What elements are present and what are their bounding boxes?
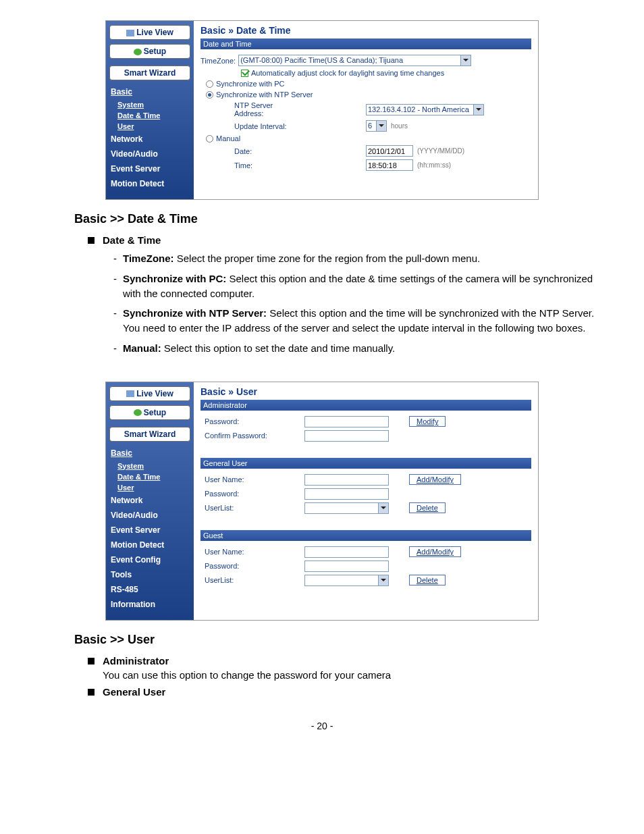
doc-heading-user: Basic >> User (74, 633, 610, 647)
nav-motion-detect[interactable]: Motion Detect (109, 538, 190, 552)
guest-password-input[interactable] (304, 561, 389, 572)
nav-datetime[interactable]: Date & Time (109, 110, 190, 121)
update-interval-select[interactable]: 6 (366, 120, 377, 132)
nav-user[interactable]: User (109, 482, 190, 493)
doc-item: General User (88, 683, 610, 700)
nav-tools[interactable]: Tools (109, 567, 190, 582)
dropdown-arrow-icon[interactable] (379, 575, 389, 586)
update-unit: hours (391, 122, 408, 130)
delete-button[interactable]: Delete (409, 575, 446, 585)
general-userlist-select[interactable] (304, 502, 379, 514)
doc-item: Administrator You can use this option to… (88, 652, 610, 683)
live-view-button[interactable]: Live View (109, 25, 190, 40)
doc-subitem: Manual: Select this option to set the da… (113, 338, 610, 359)
guest-username-input[interactable] (304, 546, 389, 558)
nav-information[interactable]: Information (109, 597, 190, 612)
gear-icon (134, 49, 142, 55)
admin-confirm-password-input[interactable] (304, 430, 389, 442)
live-view-button[interactable]: Live View (109, 386, 190, 401)
setup-button[interactable]: Setup (109, 44, 190, 59)
section-guest: Guest (200, 530, 531, 541)
nav-video-audio[interactable]: Video/Audio (109, 147, 190, 161)
sync-ntp-label: Synchronize with NTP Server (216, 90, 313, 99)
dropdown-arrow-icon[interactable] (461, 55, 471, 66)
section-admin: Administrator (200, 400, 531, 411)
manual-radio[interactable] (206, 135, 213, 142)
general-username-input[interactable] (304, 474, 389, 486)
nav-network[interactable]: Network (109, 132, 190, 147)
dropdown-arrow-icon[interactable] (379, 502, 389, 514)
content-pane: Basic » Date & Time Date and Time TimeZo… (194, 21, 538, 199)
dropdown-arrow-icon[interactable] (474, 104, 484, 115)
sync-pc-radio[interactable] (206, 80, 213, 88)
ntp-address-label: NTP Server Address: (200, 101, 302, 118)
nav-system[interactable]: System (109, 461, 190, 471)
time-input[interactable] (366, 159, 413, 171)
camera-icon (126, 30, 134, 36)
nav-event-config[interactable]: Event Config (109, 552, 190, 567)
confirm-password-label: Confirm Password: (200, 432, 304, 440)
nav-video-audio[interactable]: Video/Audio (109, 508, 190, 523)
nav-basic[interactable]: Basic (109, 84, 190, 99)
nav-basic[interactable]: Basic (109, 446, 190, 461)
section-general: General User (200, 458, 531, 469)
nav-network[interactable]: Network (109, 493, 190, 508)
general-password-input[interactable] (304, 488, 389, 500)
nav-rs485[interactable]: RS-485 (109, 582, 190, 597)
timezone-label: TimeZone: (200, 57, 238, 65)
doc-subitem: Synchronize with PC: Select this option … (113, 269, 610, 304)
username-label: User Name: (200, 548, 304, 556)
screenshot-datetime: Live View Setup Smart Wizard Basic Syste… (105, 20, 539, 200)
time-label: Time: (200, 161, 302, 170)
username-label: User Name: (200, 475, 304, 484)
modify-button[interactable]: Modify (409, 416, 446, 427)
password-label: Password: (200, 490, 304, 498)
sidebar: Live View Setup Smart Wizard Basic Syste… (106, 382, 194, 620)
ntp-address-select[interactable]: 132.163.4.102 - North America (366, 104, 474, 115)
sidebar: Live View Setup Smart Wizard Basic Syste… (106, 21, 194, 199)
nav-event-server[interactable]: Event Server (109, 523, 190, 538)
dropdown-arrow-icon[interactable] (377, 120, 387, 132)
password-label: Password: (200, 417, 304, 425)
page-number: - 20 - (34, 721, 610, 731)
smart-wizard-button[interactable]: Smart Wizard (109, 427, 190, 442)
update-interval-label: Update Interval: (200, 122, 302, 130)
nav-user[interactable]: User (109, 121, 190, 132)
section-header: Date and Time (200, 38, 531, 49)
userlist-label: UserList: (200, 504, 304, 512)
add-modify-button[interactable]: Add/Modify (409, 546, 461, 557)
smart-wizard-button[interactable]: Smart Wizard (109, 66, 190, 80)
nav-motion-detect[interactable]: Motion Detect (109, 176, 190, 191)
gear-icon (134, 409, 142, 416)
userlist-label: UserList: (200, 576, 304, 584)
date-hint: (YYYY/MM/DD) (417, 147, 464, 155)
manual-label: Manual (216, 134, 240, 142)
doc-subitem: TimeZone: Select the proper time zone fo… (113, 249, 610, 269)
sync-pc-label: Synchronize with PC (216, 80, 285, 88)
nav-datetime[interactable]: Date & Time (109, 471, 190, 482)
screenshot-user: Live View Setup Smart Wizard Basic Syste… (105, 382, 539, 621)
nav-event-server[interactable]: Event Server (109, 161, 190, 176)
breadcrumb: Basic » Date & Time (200, 25, 531, 36)
admin-password-input[interactable] (304, 416, 389, 427)
dst-label: Automatically adjust clock for daylight … (251, 69, 444, 77)
delete-button[interactable]: Delete (409, 502, 446, 513)
doc-heading-datetime: Basic >> Date & Time (74, 212, 610, 226)
doc-subitem: Synchronize with NTP Server: Select this… (113, 303, 610, 338)
timezone-select[interactable]: (GMT-08:00) Pacific Time(US & Canada); T… (238, 55, 461, 66)
setup-button[interactable]: Setup (109, 405, 190, 420)
content-pane: Basic » User Administrator Password: Mod… (194, 382, 538, 620)
guest-userlist-select[interactable] (304, 575, 379, 586)
sync-ntp-radio[interactable] (206, 91, 213, 99)
doc-list: Administrator You can use this option to… (88, 652, 610, 700)
breadcrumb: Basic » User (200, 386, 531, 397)
time-hint: (hh:mm:ss) (417, 161, 451, 169)
camera-icon (126, 390, 134, 397)
doc-list: Date & Time TimeZone: Select the proper … (88, 232, 610, 361)
date-input[interactable] (366, 145, 413, 157)
dst-checkbox[interactable] (241, 70, 248, 77)
add-modify-button[interactable]: Add/Modify (409, 474, 461, 485)
doc-item: Date & Time TimeZone: Select the proper … (88, 232, 610, 361)
nav-system[interactable]: System (109, 99, 190, 110)
date-label: Date: (200, 147, 302, 155)
